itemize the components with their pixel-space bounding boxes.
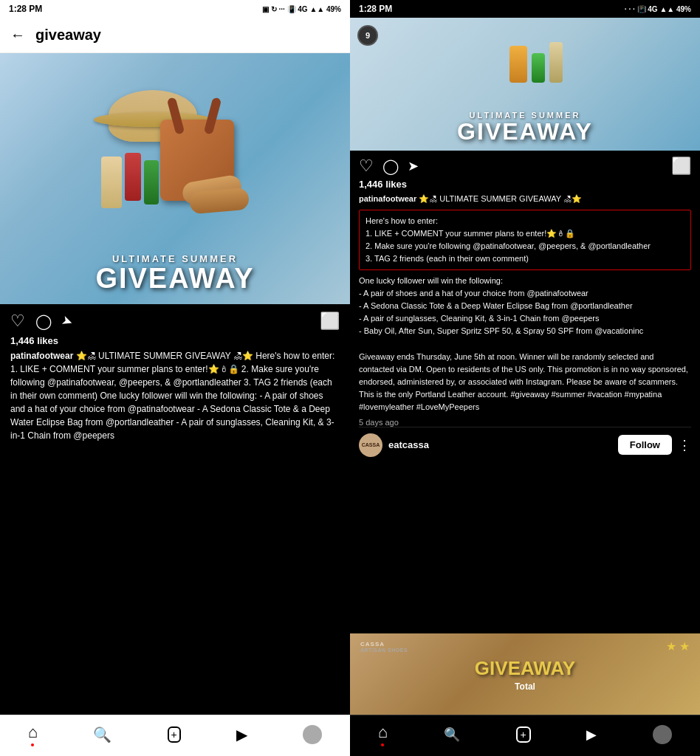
left-like-button[interactable]: ♡ bbox=[10, 312, 25, 331]
right-post-content-area: ♡ ◯ ➤ ⬜ 1,446 likes patinafootwear ⭐🏖 UL… bbox=[350, 151, 700, 633]
right-post-intro: ⭐🏖 ULTIMATE SUMMER GIVEAWAY 🏖⭐ bbox=[419, 194, 582, 203]
left-bottom-nav: ⌂ 🔍 + ▶ bbox=[0, 715, 350, 756]
right-commenter-username: eatcassa bbox=[388, 439, 612, 450]
right-comment-button[interactable]: ◯ bbox=[382, 157, 399, 175]
right-nav-home[interactable]: ⌂ bbox=[378, 723, 388, 746]
left-status-bar: 1:28 PM ▣ ↻ ··· 📳 4G ▲▲ 49% bbox=[0, 0, 350, 18]
right-time: 1:28 PM bbox=[359, 4, 392, 14]
left-banner-title: GIVEAWAY bbox=[12, 264, 338, 292]
right-nav-search[interactable]: 🔍 bbox=[444, 726, 460, 743]
right-more-button[interactable]: ⋮ bbox=[678, 437, 691, 453]
right-cassa-total: Total bbox=[515, 681, 535, 692]
right-highlight-text: Here's how to enter: 1. LIKE + COMMENT y… bbox=[366, 215, 684, 265]
page-title: giveaway bbox=[35, 27, 101, 44]
right-status-icons: · · · 📳 4G ▲▲ 49% bbox=[625, 5, 691, 13]
right-nav-profile[interactable] bbox=[653, 725, 672, 744]
right-image-banner: ULTIMATE SUMMER GIVEAWAY bbox=[350, 103, 700, 151]
right-cassa-logo: CASSA ARTISAN SHOES bbox=[360, 641, 408, 653]
right-follow-button[interactable]: Follow bbox=[618, 435, 672, 455]
left-post-content-text: ⭐🏖 ULTIMATE SUMMER GIVEAWAY 🏖⭐ Here's ho… bbox=[10, 351, 334, 441]
right-banner-title: GIVEAWAY bbox=[357, 120, 693, 143]
right-post-image: 9 ULTIMATE SUMMER GIVEAWAY bbox=[350, 18, 700, 151]
left-nav-home[interactable]: ⌂ bbox=[28, 723, 38, 746]
right-next-post: CASSA ARTISAN SHOES GIVEAWAY Total ★ ★ bbox=[350, 633, 700, 715]
left-share-button[interactable]: ➤ bbox=[60, 312, 76, 331]
right-cassa-content: GIVEAWAY Total bbox=[475, 657, 575, 692]
right-commenter-avatar: CASSA bbox=[359, 433, 382, 457]
left-time: 1:28 PM bbox=[9, 4, 42, 14]
right-share-button[interactable]: ➤ bbox=[408, 158, 419, 174]
right-likes-count: 1,446 likes bbox=[359, 179, 691, 190]
right-signal-icons: · · · 📳 4G ▲▲ 49% bbox=[625, 5, 691, 13]
left-actions-left: ♡ ◯ ➤ bbox=[10, 312, 73, 331]
right-cassa-giveaway: GIVEAWAY bbox=[475, 657, 575, 680]
right-profile-badge: 9 bbox=[357, 25, 378, 46]
right-illustration bbox=[372, 18, 700, 106]
right-post-body: One lucky follower will win the followin… bbox=[359, 275, 691, 413]
left-bookmark-button[interactable]: ⬜ bbox=[320, 312, 340, 331]
left-post-username: patinafootwear bbox=[10, 351, 73, 361]
right-status-bar: 1:28 PM · · · 📳 4G ▲▲ 49% bbox=[350, 0, 700, 18]
left-post-actions: ♡ ◯ ➤ ⬜ bbox=[10, 312, 340, 331]
left-nav-reels[interactable]: ▶ bbox=[236, 726, 247, 743]
left-post-content: ♡ ◯ ➤ ⬜ 1,446 likes patinafootwear ⭐🏖 UL… bbox=[0, 304, 350, 715]
left-header: ← giveaway bbox=[0, 18, 350, 53]
right-comment-row: CASSA eatcassa Follow ⋮ bbox=[359, 427, 691, 463]
left-post-image: ULTIMATE SUMMER GIVEAWAY bbox=[0, 53, 350, 304]
left-nav-search[interactable]: 🔍 bbox=[93, 726, 111, 743]
left-post-text: patinafootwear ⭐🏖 ULTIMATE SUMMER GIVEAW… bbox=[10, 349, 340, 442]
left-nav-profile[interactable] bbox=[303, 725, 322, 744]
right-bookmark-button[interactable]: ⬜ bbox=[671, 157, 691, 176]
left-signal-icons: ▣ ↻ ··· 📳 4G ▲▲ 49% bbox=[262, 5, 341, 13]
right-stars-icon: ★ ★ bbox=[666, 639, 690, 653]
right-time-ago: 5 days ago bbox=[359, 418, 691, 427]
right-post-username: patinafootwear bbox=[359, 194, 416, 203]
right-post-actions: ♡ ◯ ➤ ⬜ bbox=[359, 157, 691, 176]
left-panel: 1:28 PM ▣ ↻ ··· 📳 4G ▲▲ 49% ← giveaway bbox=[0, 0, 350, 756]
right-panel: 1:28 PM · · · 📳 4G ▲▲ 49% 9 ULTIMATE SUM… bbox=[350, 0, 700, 756]
right-bottom-nav: ⌂ 🔍 + ▶ bbox=[350, 715, 700, 756]
post-illustration bbox=[0, 53, 350, 245]
right-nav-reels[interactable]: ▶ bbox=[586, 726, 597, 743]
left-nav-add[interactable]: + bbox=[168, 726, 181, 743]
right-actions-left: ♡ ◯ ➤ bbox=[359, 157, 419, 176]
right-post-text: patinafootwear ⭐🏖 ULTIMATE SUMMER GIVEAW… bbox=[359, 193, 691, 205]
right-highlight-box: Here's how to enter: 1. LIKE + COMMENT y… bbox=[359, 210, 691, 270]
right-nav-add[interactable]: + bbox=[516, 726, 531, 743]
left-comment-button[interactable]: ◯ bbox=[35, 312, 52, 330]
left-status-icons: ▣ ↻ ··· 📳 4G ▲▲ 49% bbox=[262, 5, 341, 13]
left-likes-count: 1,446 likes bbox=[10, 335, 340, 346]
back-button[interactable]: ← bbox=[10, 27, 25, 44]
right-like-button[interactable]: ♡ bbox=[359, 157, 374, 176]
left-image-banner: ULTIMATE SUMMER GIVEAWAY bbox=[0, 241, 350, 304]
